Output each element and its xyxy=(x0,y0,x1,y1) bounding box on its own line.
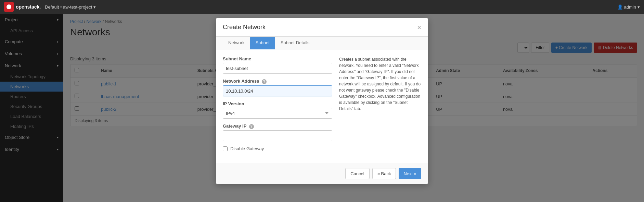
create-network-modal: Create Network × Network Subnet Subnet D… xyxy=(216,18,428,184)
modal-footer: Cancel « Back Next » xyxy=(216,163,428,184)
project-caret: ▾ xyxy=(93,4,96,10)
user-label: admin xyxy=(624,4,636,10)
cancel-button[interactable]: Cancel xyxy=(345,168,369,179)
next-button[interactable]: Next » xyxy=(399,168,421,179)
modal-header: Create Network × xyxy=(216,18,428,37)
disable-gateway-checkbox[interactable] xyxy=(223,146,228,151)
ip-version-label: IP Version xyxy=(223,101,332,106)
svg-point-0 xyxy=(7,4,11,9)
tab-subnet-details[interactable]: Subnet Details xyxy=(275,37,315,49)
tab-network[interactable]: Network xyxy=(223,37,250,49)
subnet-name-label: Subnet Name xyxy=(223,56,332,61)
gateway-ip-help-icon[interactable]: ? xyxy=(249,124,254,129)
ip-version-select[interactable]: IPv4 IPv6 xyxy=(223,108,332,119)
modal-body: Subnet Name Network Address ? IP Version… xyxy=(216,49,428,163)
gateway-ip-label: Gateway IP ? xyxy=(223,123,332,129)
form-group-gateway-ip: Gateway IP ? xyxy=(223,123,332,141)
subnet-name-input[interactable] xyxy=(223,63,332,74)
disable-gateway-label[interactable]: Disable Gateway xyxy=(223,146,332,151)
logo-text: openstack. xyxy=(16,4,41,10)
modal-form: Subnet Name Network Address ? IP Version… xyxy=(223,56,332,156)
form-group-subnet-name: Subnet Name xyxy=(223,56,332,74)
form-group-ip-version: IP Version IPv4 IPv6 xyxy=(223,101,332,119)
tab-subnet[interactable]: Subnet xyxy=(250,37,275,49)
modal-title: Create Network xyxy=(223,24,266,31)
logo[interactable]: openstack. xyxy=(4,2,41,12)
form-group-network-address: Network Address ? xyxy=(223,79,332,96)
user-caret: ▾ xyxy=(637,4,640,10)
gateway-ip-input[interactable] xyxy=(223,130,332,141)
modal-tabs: Network Subnet Subnet Details xyxy=(216,37,428,49)
network-address-input[interactable] xyxy=(223,85,332,96)
network-address-help-icon[interactable]: ? xyxy=(262,79,267,84)
topnav-left: openstack. Default • aw-test-project ▾ xyxy=(4,2,96,12)
project-label: Default • aw-test-project xyxy=(45,4,92,10)
top-navbar: openstack. Default • aw-test-project ▾ 👤… xyxy=(0,0,644,14)
disable-gateway-text: Disable Gateway xyxy=(230,146,264,151)
form-group-disable-gateway: Disable Gateway xyxy=(223,146,332,151)
network-address-label: Network Address ? xyxy=(223,79,332,84)
logo-icon xyxy=(4,2,14,12)
user-menu[interactable]: 👤 admin ▾ xyxy=(617,4,640,10)
back-button[interactable]: « Back xyxy=(372,168,396,179)
modal-overlay[interactable]: Create Network × Network Subnet Subnet D… xyxy=(0,0,644,202)
modal-close-button[interactable]: × xyxy=(417,24,421,31)
user-icon: 👤 xyxy=(617,4,623,10)
modal-help-text: Creates a subnet associated with the net… xyxy=(339,56,421,156)
project-selector[interactable]: Default • aw-test-project ▾ xyxy=(45,4,96,10)
